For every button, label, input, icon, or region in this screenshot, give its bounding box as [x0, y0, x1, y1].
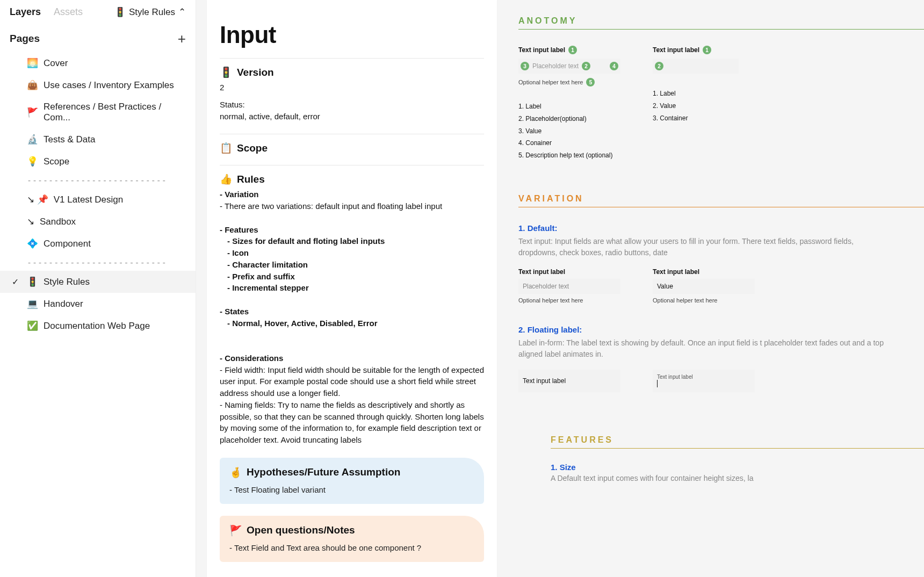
rules-feature-item: - Prefix and suffix [227, 271, 484, 283]
section-version: Version [237, 67, 274, 78]
page-item-icon: 💻 [27, 298, 38, 309]
page-item[interactable]: 💻Handover [0, 293, 196, 315]
page-title: Input [220, 21, 484, 48]
page-item-label: Cover [44, 58, 68, 69]
page-item[interactable]: 💠Component [0, 233, 196, 255]
page-item-label: V1 Latest Design [54, 194, 123, 205]
page-item-label: Documentation Web Page [44, 321, 150, 331]
page-item-icon: 🚦 [27, 276, 38, 287]
rules-consider-h: - Considerations [220, 352, 484, 364]
var-helper-1: Optional helper text here [518, 297, 620, 304]
version-value: 2 [220, 82, 484, 93]
rules-consider-body2: - Naming fields: Try to name the fields … [220, 399, 484, 446]
page-item[interactable]: ✅Documentation Web Page [0, 315, 196, 337]
thumbs-up-icon: 👍 [220, 173, 233, 185]
rules-consider-body1: - Field width: Input field width should … [220, 364, 484, 399]
features-size-h: 1. Size [551, 463, 924, 472]
variation-default-desc: Text input: Input fields are what allow … [518, 236, 894, 258]
features-content: 1. Size A Default text input comes with … [518, 449, 924, 482]
open-questions-heading: Open questions/Notes [247, 524, 355, 536]
hypotheses-heading: Hypotheses/Future Assumption [247, 466, 400, 478]
page-item-icon: 💡 [27, 156, 38, 167]
page-item-label: Scope [44, 156, 69, 167]
var-label-1: Text input label [518, 268, 620, 276]
features-title: FEATURES [518, 435, 924, 448]
rules-variation-h: - Variation [220, 189, 484, 200]
hypotheses-card: 🤞 Hypotheses/Future Assumption - Test Fl… [220, 458, 484, 504]
page-list: 🌅Cover👜Use cases / Inventory Examples🚩Re… [0, 50, 196, 348]
page-item[interactable]: 🚦Style Rules [0, 271, 196, 293]
hypotheses-body: - Test Floating label variant [229, 485, 474, 494]
page-item-icon: ✅ [27, 320, 38, 331]
variation-float-h: 2. Floating label: [518, 325, 924, 334]
anat-left-label: Text input label [518, 46, 565, 54]
rules-feature-item: - Incremental stepper [227, 282, 484, 294]
add-page-button[interactable]: + [178, 32, 186, 46]
anat-marker-1: 1 [568, 46, 577, 54]
anat-list-item: 3. Container [653, 112, 739, 125]
section-scope: Scope [237, 142, 268, 154]
page-item-label: Style Rules [44, 277, 90, 287]
page-item-label: Sandbox [40, 217, 76, 227]
page-item[interactable]: 🚩References / Best Practices / Com... [0, 96, 196, 128]
page-item-icon: 🔬 [27, 134, 38, 145]
pages-header: Pages + [0, 22, 196, 50]
variation-default-h: 1. Default: [518, 223, 924, 233]
rules-features-list: - Sizes for default and floting label in… [220, 235, 484, 294]
page-item[interactable]: 💡Scope [0, 150, 196, 172]
page-divider: -------------------------- [0, 172, 196, 189]
page-item-icon: ↘ [27, 216, 34, 227]
anat-marker-2: 2 [582, 62, 590, 70]
status-value: normal, active, default, error [220, 111, 484, 122]
page-item[interactable]: ↘ 📌V1 Latest Design [0, 189, 196, 211]
doc-frame: Input 🚦 Version 2 Status: normal, active… [207, 0, 497, 577]
page-item-label: Tests & Data [44, 134, 95, 145]
float-input-2: Text input label [653, 370, 755, 392]
anat-list-item: 2. Placeholder(optional) [518, 113, 620, 125]
page-item[interactable]: 🌅Cover [0, 52, 196, 74]
anat-left-input: 3 Placeholder text 2 4 [518, 59, 620, 74]
page-item[interactable]: ↘Sandbox [0, 211, 196, 233]
open-questions-card: 🚩 Open questions/Notes - Text Field and … [220, 516, 484, 562]
anat-marker-5: 5 [586, 78, 595, 86]
page-item[interactable]: 🔬Tests & Data [0, 128, 196, 150]
variation-float-desc: Label in-form: The label text is showing… [518, 337, 894, 360]
page-item[interactable]: 👜Use cases / Inventory Examples [0, 74, 196, 96]
var-helper-2: Optional helper text here [653, 297, 755, 304]
page-divider: -------------------------- [0, 255, 196, 271]
anat-right-label: Text input label [653, 46, 699, 54]
page-dropdown-label: Style Rules [129, 7, 175, 18]
variation-title: VARIATION [518, 194, 924, 207]
traffic-light-icon: 🚦 [220, 66, 233, 78]
anat-marker-r1: 1 [703, 46, 711, 54]
canvas[interactable]: Input 🚦 Version 2 Status: normal, active… [196, 0, 924, 577]
status-label: Status: [220, 99, 484, 111]
anotomy-content: Text input label 1 3 Placeholder text 2 … [518, 30, 924, 194]
traffic-light-icon: 🚦 [114, 6, 126, 18]
anat-right-input: 2 [653, 59, 739, 74]
var-label-2: Text input label [653, 268, 755, 276]
anat-list-left: 1. Label2. Placeholder(optional)3. Value… [518, 100, 620, 162]
anat-list-item: 2. Value [653, 100, 739, 112]
page-item-icon: 🚩 [27, 107, 38, 118]
page-item-label: Use cases / Inventory Examples [44, 80, 174, 91]
anat-marker-3: 3 [521, 62, 529, 70]
anat-marker-r2: 2 [655, 62, 663, 70]
rules-variation-body: - There are two variations: default inpu… [220, 200, 484, 212]
clipboard-icon: 📋 [220, 142, 233, 154]
anat-marker-4: 4 [610, 62, 618, 70]
var-input-placeholder: Placeholder text [518, 279, 620, 294]
anat-list-item: 1. Label [653, 88, 739, 100]
page-item-label: References / Best Practices / Com... [44, 102, 186, 123]
variation-content: 1. Default: Text input: Input fields are… [518, 207, 924, 435]
tab-layers[interactable]: Layers [10, 6, 41, 18]
page-dropdown[interactable]: 🚦 Style Rules ⌃ [114, 6, 186, 18]
tab-assets[interactable]: Assets [54, 6, 83, 18]
anotomy-title: ANOTOMY [518, 16, 924, 29]
rules-feature-item: - Icon [227, 247, 484, 259]
page-item-label: Component [44, 239, 91, 249]
sidebar-header: Layers Assets 🚦 Style Rules ⌃ [0, 0, 196, 22]
anat-list-item: 3. Value [518, 125, 620, 138]
page-item-label: Handover [44, 299, 83, 309]
open-questions-body: - Text Field and Text area should be one… [229, 543, 474, 552]
